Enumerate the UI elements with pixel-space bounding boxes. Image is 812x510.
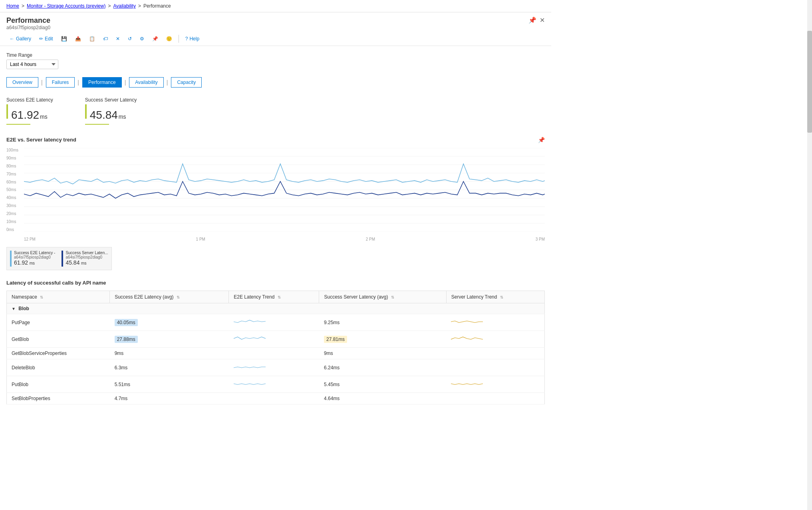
pin-toolbar-icon: 📌 <box>152 36 158 42</box>
chart-title-text: E2E vs. Server latency trend <box>6 137 76 143</box>
legend-server: Success Server Laten... a64si7f5piosp2di… <box>62 251 108 267</box>
x-1pm: 1 PM <box>196 237 205 241</box>
sort-namespace: ⇅ <box>40 295 43 299</box>
e2e-value: 61.92 <box>11 109 39 122</box>
gallery-button[interactable]: ← Gallery <box>6 34 34 43</box>
chart-title-row: E2E vs. Server latency trend 📌 <box>6 137 545 143</box>
breadcrumb-monitor[interactable]: Monitor - Storage Accounts (preview) <box>27 3 105 9</box>
save-button[interactable]: 💾 <box>58 34 70 43</box>
refresh-button[interactable]: ↺ <box>125 34 135 43</box>
cell-e2e-putpage: 40.05ms <box>110 314 229 331</box>
cell-server-trend-getblob <box>446 331 544 348</box>
cell-server-trend-setblobprops <box>446 393 544 404</box>
e2e-latency-metric: Success E2E Latency 61.92 ms <box>6 97 53 125</box>
emoji-button[interactable]: 🙂 <box>163 34 175 43</box>
legend-server-color <box>62 251 63 267</box>
tab-availability[interactable]: Availability <box>129 77 163 88</box>
settings-button[interactable]: ⚙ <box>137 34 147 43</box>
x-12pm: 12 PM <box>24 237 36 241</box>
table-row: SetBlobProperties 4.7ms 4.64ms <box>7 393 545 404</box>
sparkline-e2e-deleteblob <box>234 362 266 372</box>
y-50: 50ms <box>6 187 23 192</box>
settings-icon: ⚙ <box>140 36 144 42</box>
x-2pm: 2 PM <box>366 237 375 241</box>
breadcrumb: Home > Monitor - Storage Accounts (previ… <box>0 0 551 12</box>
close-button[interactable]: ✕ <box>113 34 123 43</box>
tag-button[interactable]: 🏷 <box>100 34 111 43</box>
group-name-blob: Blob <box>18 306 29 311</box>
x-3pm: 3 PM <box>536 237 545 241</box>
edit-button[interactable]: ✏ Edit <box>36 34 56 43</box>
cell-namespace-setblobprops: SetBlobProperties <box>7 393 110 404</box>
page-subtitle: a64si7f5piosp2diag0 <box>6 25 50 30</box>
table-title: Latency of successful calls by API name <box>6 280 545 286</box>
cell-server-setblobprops: 4.64ms <box>319 393 446 404</box>
y-60: 60ms <box>6 180 23 184</box>
legend-e2e-value: 61.92 <box>14 259 28 266</box>
col-server-trend[interactable]: Server Latency Trend ⇅ <box>446 291 544 303</box>
legend-e2e-unit: ms <box>30 261 35 265</box>
server-latency-metric: Success Server Latency 45.84 ms <box>85 97 137 125</box>
help-button[interactable]: ? Help <box>182 34 203 43</box>
sort-server-trend: ⇅ <box>500 295 503 299</box>
cell-e2e-trend-getblob <box>229 331 319 348</box>
sparkline-e2e-putblob <box>234 379 266 388</box>
question-icon: ? <box>185 36 188 42</box>
table-row: GetBlob 27.88ms 27.81ms <box>7 331 545 348</box>
chart-pin-icon[interactable]: 📌 <box>538 137 545 143</box>
metrics-row: Success E2E Latency 61.92 ms Success Ser… <box>6 97 545 125</box>
cell-server-getblobservice: 9ms <box>319 348 446 359</box>
page-header: Performance a64si7f5piosp2diag0 📌 ✕ <box>0 12 551 32</box>
legend-server-sub: a64si7f5piosp2diag0 <box>66 255 108 259</box>
table-section: Latency of successful calls by API name … <box>6 280 545 404</box>
breadcrumb-home[interactable]: Home <box>6 3 19 9</box>
save-icon: 💾 <box>61 36 67 42</box>
sort-e2e-trend: ⇅ <box>278 295 281 299</box>
share-button[interactable]: 📋 <box>86 34 98 43</box>
cell-namespace-getblobservice: GetBlobServiceProperties <box>7 348 110 359</box>
tab-capacity[interactable]: Capacity <box>171 77 202 88</box>
pin-icon[interactable]: 📌 <box>528 16 536 24</box>
sparkline-server-getblob <box>451 334 483 343</box>
close-icon[interactable]: ✕ <box>540 16 545 24</box>
e2e-highlight-getblob: 27.88ms <box>115 336 138 343</box>
cell-server-trend-putblob <box>446 376 544 393</box>
time-range-section: Time Range Last 4 hours Last 1 hour Last… <box>6 52 545 69</box>
group-blob: ▼ Blob <box>7 303 545 314</box>
breadcrumb-availability[interactable]: Availability <box>113 3 135 9</box>
cell-e2e-getblobservice: 9ms <box>110 348 229 359</box>
cell-namespace-getblob: GetBlob <box>7 331 110 348</box>
e2e-latency-label: Success E2E Latency <box>6 97 53 103</box>
cell-e2e-trend-putblob <box>229 376 319 393</box>
legend-e2e-name: Success E2E Latency - <box>14 251 55 255</box>
cell-namespace-putpage: PutPage <box>7 314 110 331</box>
col-namespace[interactable]: Namespace ⇅ <box>7 291 110 303</box>
y-40: 40ms <box>6 195 23 200</box>
y-0: 0ms <box>6 227 23 232</box>
time-range-select[interactable]: Last 4 hours Last 1 hour Last 12 hours L… <box>6 60 58 69</box>
y-90: 90ms <box>6 156 23 160</box>
cell-e2e-trend-deleteblob <box>229 359 319 376</box>
col-server-latency[interactable]: Success Server Latency (avg) ⇅ <box>319 291 446 303</box>
tag-icon: 🏷 <box>103 36 108 42</box>
emoji-icon: 🙂 <box>166 36 172 42</box>
legend-server-value: 45.84 <box>66 259 79 266</box>
breadcrumb-current: Performance <box>143 3 171 9</box>
cell-namespace-deleteblob: DeleteBlob <box>7 359 110 376</box>
sparkline-e2e-putpage <box>234 317 266 327</box>
upload-button[interactable]: 📤 <box>72 34 84 43</box>
group-arrow-blob[interactable]: ▼ <box>12 307 16 311</box>
pin-toolbar-button[interactable]: 📌 <box>149 34 161 43</box>
sparkline-server-putpage <box>451 317 483 327</box>
refresh-icon: ↺ <box>128 36 132 42</box>
tab-overview[interactable]: Overview <box>6 77 38 88</box>
upload-icon: 📤 <box>75 36 81 42</box>
latency-table: Namespace ⇅ Success E2E Latency (avg) ⇅ … <box>6 291 545 404</box>
col-e2e-trend[interactable]: E2E Latency Trend ⇅ <box>229 291 319 303</box>
legend-e2e-color <box>10 251 12 267</box>
col-e2e-latency[interactable]: Success E2E Latency (avg) ⇅ <box>110 291 229 303</box>
cell-e2e-trend-setblobprops <box>229 393 319 404</box>
server-value: 45.84 <box>90 109 118 122</box>
tab-failures[interactable]: Failures <box>46 77 75 88</box>
tab-performance[interactable]: Performance <box>82 77 122 88</box>
